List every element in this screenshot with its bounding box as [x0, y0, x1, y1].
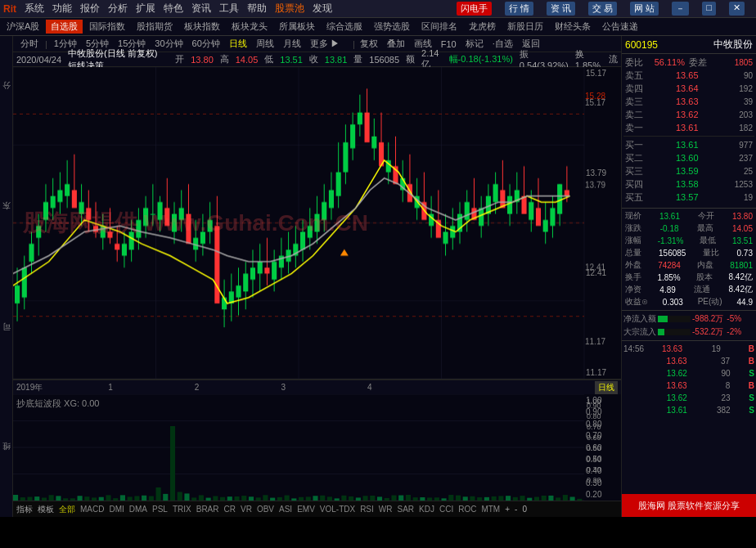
- sub-chart[interactable]: 抄底短波段 XG: 0.00 1.00 0.90 0.80 0.70 0.60 …: [13, 394, 621, 501]
- ind-emv[interactable]: EMV: [297, 505, 315, 514]
- buy-3-price: 13.59: [666, 166, 699, 176]
- ind-trix[interactable]: TRIX: [173, 505, 191, 514]
- ind-plus[interactable]: +: [505, 505, 510, 514]
- menu-quote[interactable]: 报价: [80, 2, 100, 16]
- ind-cr[interactable]: CR: [224, 505, 236, 514]
- btn-trade[interactable]: 交 易: [588, 2, 617, 16]
- nav-dragon-tiger[interactable]: 龙虎榜: [464, 20, 501, 34]
- buy-3-vol: 25: [716, 167, 753, 176]
- nav-finance-news[interactable]: 财经头条: [550, 20, 596, 34]
- ind-all[interactable]: 全部: [59, 504, 75, 515]
- btn-close[interactable]: ✕: [729, 2, 745, 16]
- trade-6-type: S: [749, 406, 754, 415]
- menu-help[interactable]: 帮助: [247, 2, 267, 16]
- nav-sector-index[interactable]: 板块指数: [179, 20, 225, 34]
- sub-price-0.70: 0.70: [586, 431, 619, 440]
- ind-roc[interactable]: ROC: [458, 505, 476, 514]
- nav-composite-select[interactable]: 综合选服: [322, 20, 367, 34]
- nav-new-stock[interactable]: 新股日历: [502, 20, 548, 34]
- stock-info-bar: 2020/04/24 中牧股份(日线 前复权) 短线决策 开 13.80 高 1…: [13, 52, 621, 67]
- menu-discover[interactable]: 发现: [313, 2, 332, 16]
- menu-info[interactable]: 资讯: [191, 2, 211, 16]
- ind-voltdx[interactable]: VOL-TDX: [320, 505, 355, 514]
- ind-vr[interactable]: VR: [241, 505, 252, 514]
- ind-kdj[interactable]: KDJ: [419, 505, 434, 514]
- menu-tools[interactable]: 工具: [219, 2, 239, 16]
- menu-stockpool[interactable]: 股票池: [275, 2, 304, 16]
- ind-macd[interactable]: MACD: [80, 505, 104, 514]
- btn-mark[interactable]: 标记: [461, 37, 488, 51]
- sub-chart-canvas[interactable]: [13, 394, 621, 501]
- stat-pct-label: 涨幅: [625, 235, 641, 246]
- btn-web[interactable]: 网 站: [630, 2, 659, 16]
- menu-system[interactable]: 系统: [25, 2, 44, 16]
- buy-2-vol: 237: [716, 154, 753, 163]
- menu-extend[interactable]: 扩展: [136, 2, 155, 16]
- ind-dma[interactable]: DMA: [129, 505, 147, 514]
- nav-futures[interactable]: 股指期货: [132, 20, 178, 34]
- tf-fenshi[interactable]: 分时: [16, 37, 43, 51]
- buy-1-price: 13.61: [666, 140, 699, 150]
- ind-rsi[interactable]: RSI: [360, 505, 374, 514]
- btn-news[interactable]: 资 讯: [547, 2, 575, 16]
- btn-selfselect[interactable]: ·自选: [488, 37, 517, 51]
- stock-low: 13.51: [280, 55, 303, 65]
- tf-monthly[interactable]: 月线: [279, 37, 305, 51]
- buy-5-price: 13.57: [666, 192, 699, 202]
- nav-favorites[interactable]: 自选股: [46, 20, 83, 34]
- menu-analysis[interactable]: 分析: [108, 2, 128, 16]
- ind-dmi[interactable]: DMI: [109, 505, 124, 514]
- ind-wr[interactable]: WR: [379, 505, 393, 514]
- trade-1-price: 13.63: [662, 344, 682, 353]
- trade-3-price: 13.62: [667, 369, 687, 378]
- btn-fuquan[interactable]: 复权: [356, 37, 382, 51]
- sub-price-0.80: 0.80: [586, 420, 619, 429]
- nav-strong-select[interactable]: 强势选股: [369, 20, 415, 34]
- tf-daily[interactable]: 日线: [225, 37, 251, 51]
- ind-minus[interactable]: -: [515, 505, 517, 514]
- nav-range-rank[interactable]: 区间排名: [416, 20, 462, 34]
- ind-cci[interactable]: CCI: [439, 505, 453, 514]
- main-chart[interactable]: 股海网提供 Www.Guhai.Com.CN 15.17 13.79 12.41…: [13, 67, 621, 380]
- ind-psl[interactable]: PSL: [152, 505, 168, 514]
- chart-canvas[interactable]: [13, 67, 621, 379]
- btn-quote[interactable]: 行 情: [505, 2, 533, 16]
- date-active-label[interactable]: 日线: [595, 381, 618, 394]
- ind-obv[interactable]: OBV: [257, 505, 274, 514]
- btn-min[interactable]: －: [672, 2, 689, 16]
- tf-60min[interactable]: 60分钟: [188, 37, 224, 51]
- stock-change: 幅-0.18(-1.31%): [449, 53, 513, 65]
- stat-current-row: 现价 13.61 今开 13.80: [623, 210, 754, 222]
- tf-more[interactable]: 更多 ▶: [306, 37, 344, 51]
- sell-2-price: 13.62: [666, 110, 699, 119]
- nav-sector-belong[interactable]: 所属板块: [274, 20, 320, 34]
- stat-current-price: 13.61: [659, 212, 680, 221]
- ind-0[interactable]: 0: [522, 505, 527, 514]
- btn-overlay[interactable]: 叠加: [383, 37, 409, 51]
- nav-shanghai-a[interactable]: 沪深A股: [2, 20, 44, 34]
- date-3: 3: [281, 383, 286, 392]
- tf-weekly[interactable]: 周线: [252, 37, 278, 51]
- flow-section: 净流入额 -988.2万 -5% 大宗流入 -532.2万 -2%: [622, 310, 756, 340]
- trade-6-price: 13.61: [667, 406, 687, 415]
- btn-flash[interactable]: 闪电手: [457, 2, 492, 16]
- right-panel: 600195 中牧股份 委比 56.11% 委差 1805 卖五 13.65 9…: [621, 36, 756, 517]
- sub-price-0.60: 0.60: [586, 443, 619, 452]
- stat-circ-val: 8.42亿: [729, 284, 753, 295]
- ind-mtm[interactable]: MTM: [481, 505, 500, 514]
- nav-sector-leader[interactable]: 板块龙头: [227, 20, 272, 34]
- btn-max[interactable]: □: [702, 2, 716, 16]
- top-menu-bar: Rit 系统 功能 报价 分析 扩展 特色 资讯 工具 帮助 股票池 发现 闪电…: [0, 0, 756, 18]
- nav-announcement[interactable]: 公告速递: [597, 20, 643, 34]
- ind-sar[interactable]: SAR: [397, 505, 414, 514]
- stock-close-label: 收: [309, 53, 318, 65]
- buy-1-label: 买一: [625, 139, 648, 151]
- ind-asi[interactable]: ASI: [279, 505, 292, 514]
- block-inflow-label: 大宗流入: [623, 326, 656, 338]
- menu-special[interactable]: 特色: [164, 2, 183, 16]
- menu-function[interactable]: 功能: [52, 2, 72, 16]
- nav-intl-index[interactable]: 国际指数: [84, 20, 130, 34]
- weibei-label: 委比: [625, 56, 648, 69]
- ind-brar[interactable]: BRAR: [196, 505, 219, 514]
- sell-4-vol: 192: [716, 84, 753, 93]
